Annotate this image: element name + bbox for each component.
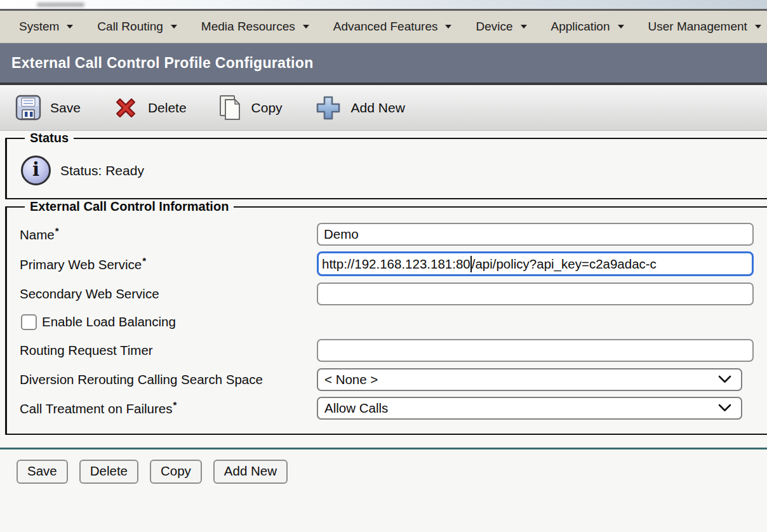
red-x-delete-icon (112, 95, 139, 121)
toolbar-button-label: Copy (251, 100, 283, 116)
icon-toolbar: Save Delete Copy (0, 85, 767, 131)
selected-option-label: Allow Calls (324, 401, 388, 416)
page-header: External Call Control Profile Configurat… (0, 43, 767, 85)
field-label-text: Diversion Rerouting Calling Search Space (20, 372, 263, 387)
field-label-text: Routing Request Timer (20, 343, 153, 357)
routing-request-timer-label: Routing Request Timer (20, 343, 317, 358)
primary-web-service-row: Primary Web Service* http://192.168.123.… (20, 249, 767, 279)
add-new-button-toolbar[interactable]: Add New (314, 94, 405, 122)
secondary-web-service-input[interactable] (317, 283, 754, 305)
chevron-down-icon (718, 404, 731, 412)
copy-button-toolbar[interactable]: Copy (218, 94, 283, 122)
status-section: Status Status: Ready (5, 131, 767, 199)
input-text-after-caret: /api/policy?api_key=c2a9adac-c (472, 256, 657, 272)
delete-button-toolbar[interactable]: Delete (112, 95, 187, 121)
copy-button-bottom[interactable]: Copy (150, 460, 202, 484)
external-call-control-section: External Call Control Information Name* … (5, 199, 767, 435)
menu-item-device[interactable]: Device (476, 20, 526, 34)
save-button-bottom[interactable]: Save (17, 460, 68, 484)
chevron-down-icon (445, 25, 451, 29)
menu-item-label: Advanced Features (333, 20, 438, 34)
toolbar-button-label: Save (50, 100, 81, 116)
footer-divider-rule (0, 448, 767, 449)
field-label-text: Call Treatment on Failures (20, 401, 172, 416)
page-title: External Call Control Profile Configurat… (11, 55, 313, 72)
footer-button-bar: Save Delete Copy Add New (17, 460, 767, 484)
field-label-text: Name (20, 227, 55, 242)
menu-item-label: User Management (648, 20, 747, 34)
secondary-web-service-label: Secondary Web Service (20, 286, 317, 302)
chevron-down-icon (303, 25, 309, 29)
menu-item-label: Device (476, 20, 512, 34)
chevron-down-icon (521, 25, 527, 29)
document-copy-icon (218, 94, 243, 122)
menu-item-advanced-features[interactable]: Advanced Features (333, 20, 452, 34)
form-legend: External Call Control Information (25, 199, 234, 214)
delete-button-bottom[interactable]: Delete (79, 460, 138, 484)
toolbar-button-label: Add New (351, 100, 405, 116)
menu-item-label: Call Routing (97, 20, 163, 34)
diversion-rerouting-css-row: Diversion Rerouting Calling Search Space… (20, 365, 767, 394)
routing-request-timer-row: Routing Request Timer (20, 335, 767, 365)
menu-item-label: Media Resources (201, 20, 295, 34)
menu-item-label: Application (551, 20, 610, 34)
name-input[interactable] (317, 223, 754, 246)
info-icon (21, 156, 51, 185)
menu-item-user-management[interactable]: User Management (648, 20, 761, 34)
save-button-toolbar[interactable]: Save (15, 95, 81, 121)
menu-item-system[interactable]: System (19, 20, 73, 34)
blue-plus-add-icon (314, 94, 342, 122)
status-row: Status: Ready (20, 150, 767, 187)
enable-load-balancing-row: Enable Load Balancing (20, 309, 767, 335)
status-message: Status: Ready (60, 163, 144, 178)
diversion-rerouting-css-label: Diversion Rerouting Calling Search Space (20, 372, 317, 387)
chevron-down-icon (618, 25, 624, 29)
required-asterisk: * (55, 225, 59, 236)
primary-web-service-input[interactable]: http://192.168.123.181:80 /api/policy?ap… (317, 251, 754, 276)
call-treatment-on-failures-row: Call Treatment on Failures* Allow Calls (20, 394, 767, 422)
input-text-before-caret: http://192.168.123.181:80 (322, 256, 470, 272)
browser-top-strip (0, 0, 767, 9)
call-treatment-on-failures-label: Call Treatment on Failures* (20, 399, 317, 416)
menu-item-application[interactable]: Application (551, 20, 624, 34)
required-asterisk: * (173, 399, 177, 410)
secondary-web-service-row: Secondary Web Service (20, 279, 767, 309)
top-strip-smudge (37, 3, 84, 7)
chevron-down-icon (755, 25, 761, 29)
checkbox-label: Enable Load Balancing (42, 314, 176, 329)
field-label-text: Primary Web Service (20, 257, 142, 272)
chevron-down-icon (67, 25, 73, 29)
name-label: Name* (20, 225, 317, 243)
menu-item-label: System (19, 20, 59, 34)
toolbar-button-label: Delete (148, 100, 187, 116)
primary-web-service-label: Primary Web Service* (20, 255, 317, 272)
routing-request-timer-input[interactable] (317, 339, 754, 362)
main-menubar: System Call Routing Media Resources Adva… (0, 11, 767, 43)
required-asterisk: * (142, 255, 146, 266)
chevron-down-icon (171, 25, 177, 29)
add-new-button-bottom[interactable]: Add New (213, 460, 288, 484)
floppy-disk-save-icon (15, 95, 41, 121)
enable-load-balancing-checkbox[interactable] (21, 314, 37, 330)
name-row: Name* (20, 219, 767, 249)
chevron-down-icon (718, 375, 731, 383)
call-treatment-on-failures-select[interactable]: Allow Calls (317, 397, 742, 420)
menu-item-call-routing[interactable]: Call Routing (97, 20, 177, 34)
menu-item-media-resources[interactable]: Media Resources (201, 20, 309, 34)
selected-option-label: < None > (324, 372, 378, 387)
diversion-rerouting-css-select[interactable]: < None > (317, 368, 742, 391)
status-legend: Status (25, 131, 74, 145)
field-label-text: Secondary Web Service (20, 286, 159, 301)
